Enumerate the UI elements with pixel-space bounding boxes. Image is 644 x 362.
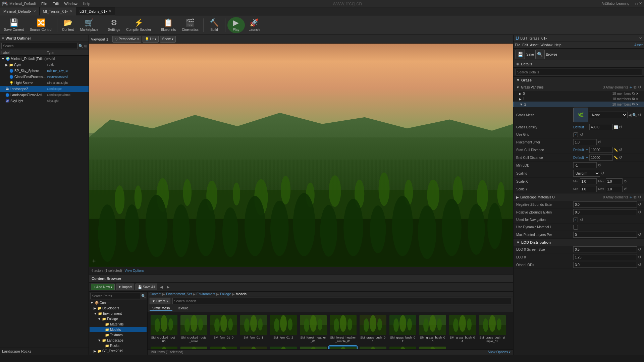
tree-content[interactable]: ▼ 📦 Content xyxy=(90,300,147,305)
tree-maps[interactable]: 📁 Maps xyxy=(90,354,147,355)
ec-reset-icon[interactable]: ↺ xyxy=(619,155,622,160)
tab-lgt-debris[interactable]: LGT_Debris_01• ✕ xyxy=(76,7,115,15)
import-btn[interactable]: ⬆ Import xyxy=(116,284,134,290)
reset-varieties-icon[interactable]: ↺ xyxy=(638,85,641,89)
l0-reset-icon[interactable]: ↺ xyxy=(638,255,641,259)
other-lods-input[interactable] xyxy=(573,262,637,268)
launch-btn[interactable]: 🚀 Launch xyxy=(246,16,263,34)
scaling-dropdown[interactable]: Uniform xyxy=(573,170,600,177)
tree-textures-foliage[interactable]: 📁 Textures xyxy=(90,332,147,338)
nav-forward-btn[interactable]: ▶ xyxy=(165,284,171,290)
right-file-menu[interactable]: File xyxy=(515,43,520,47)
pos-zbounds-input[interactable] xyxy=(573,209,637,215)
nav-reset-icon[interactable]: ↺ xyxy=(580,218,583,222)
outliner-item-1[interactable]: ▶ 📁 Gym Folder xyxy=(0,62,89,68)
asset-item-20[interactable]: SM_ground_foliage_02_2_SM_ground_foliage… xyxy=(388,346,417,349)
type-tab-static-mesh[interactable]: Static Mesh xyxy=(150,306,172,311)
menu-file[interactable]: File xyxy=(39,1,50,6)
breadcrumb-foliage[interactable]: Foliage xyxy=(220,292,231,296)
asset-item-15[interactable]: SM_grass_bush_simple_05 xyxy=(239,346,268,349)
asset-item-12[interactable]: SM_grass_bush_simple_02 xyxy=(150,346,178,349)
add-array-btn[interactable]: + xyxy=(630,84,632,90)
asset-close-btn[interactable]: ✕ xyxy=(639,36,642,41)
source-control-btn[interactable]: 🔀 Source Control xyxy=(27,16,55,34)
breadcrumb-env[interactable]: Environment xyxy=(197,292,215,296)
grass-mesh-dropdown[interactable]: None xyxy=(589,112,628,118)
asset-item-10[interactable]: SM_grass_bush_04 xyxy=(448,314,477,344)
minimize-btn[interactable]: ─ xyxy=(632,2,634,6)
maximize-btn[interactable]: □ xyxy=(635,2,638,6)
tree-materials[interactable]: 📁 Materials xyxy=(90,321,147,327)
outliner-item-2[interactable]: 🔵 BP_Sky_Sphere Edit BP_Sky_Sr xyxy=(0,68,89,74)
asset-item-13[interactable]: SM_grass_bush_simple_03 xyxy=(179,346,208,349)
filter-icon[interactable]: ⊞ xyxy=(84,44,87,48)
asset-item-5[interactable]: SM_forest_heather_01 xyxy=(299,314,327,344)
asset-item-1[interactable]: SM_crooked_roots_small xyxy=(179,314,208,344)
scale-x-min-input[interactable] xyxy=(580,178,597,184)
asset-item-8[interactable]: SM_grass_bush_02 xyxy=(388,314,417,344)
scale-x-max-input[interactable] xyxy=(606,178,623,184)
use-dynamic-checkbox[interactable] xyxy=(573,225,578,230)
pz-reset-icon[interactable]: ↺ xyxy=(638,210,641,215)
mesh-pick-icon[interactable]: ◀ xyxy=(629,113,631,117)
tree-rocks[interactable]: 📁 Rocks xyxy=(90,343,147,348)
density-input[interactable] xyxy=(589,124,613,130)
density-add-btn[interactable]: + xyxy=(586,125,588,129)
scale-y-max-input[interactable] xyxy=(606,186,623,192)
nav-back-btn[interactable]: ◀ xyxy=(159,284,164,290)
right-asset-edit-btn[interactable]: Asset xyxy=(634,43,643,47)
lod0-input[interactable] xyxy=(573,254,637,260)
neg-zbounds-input[interactable] xyxy=(573,201,637,207)
item2-copy-icon[interactable]: ⧉ xyxy=(632,102,635,106)
compiler-booster-btn[interactable]: ⚡ CompilerBooster xyxy=(123,16,154,34)
array-item-0[interactable]: ▶ 0 18 members ⧉ ✕ xyxy=(514,91,644,96)
cinematics-btn[interactable]: 🎬 Cinematics xyxy=(179,16,201,34)
add-new-btn[interactable]: + Add New ▾ xyxy=(91,284,115,290)
build-btn[interactable]: 🔨 Build xyxy=(206,16,223,34)
start-cull-add-btn[interactable]: + xyxy=(586,147,588,152)
item1-copy-icon[interactable]: ⧉ xyxy=(632,97,635,101)
search-paths-input[interactable] xyxy=(90,293,140,299)
asset-item-7[interactable]: SM_grass_bush_01 xyxy=(359,314,387,344)
tree-foliage[interactable]: ▼ 📁 Foliage xyxy=(90,316,147,321)
asset-item-0[interactable]: SM_crooked_root_05 xyxy=(150,314,178,344)
tab-close-2[interactable]: ✕ xyxy=(109,9,111,13)
show-btn[interactable]: Show ▾ xyxy=(160,36,176,43)
asset-item-6[interactable]: SM_forest_heather_simple_01 xyxy=(329,314,357,344)
placement-jitter-input[interactable] xyxy=(573,139,597,145)
blueprints-btn[interactable]: 📋 Blueprints xyxy=(158,16,178,34)
content-btn[interactable]: 📂 Content xyxy=(59,16,77,34)
outliner-item-4[interactable]: 💡 Light Source DirectionalLight xyxy=(0,80,89,86)
asset-search-input[interactable] xyxy=(172,298,511,304)
mesh-reset-icon[interactable]: ↺ xyxy=(638,113,641,117)
search-paths-icon[interactable]: 🔍 xyxy=(141,294,146,298)
details-tab-label[interactable]: Details xyxy=(521,62,532,66)
breadcrumb-models[interactable]: Models xyxy=(236,292,247,296)
asset-item-19[interactable]: SM_ground_foliage_02_1 xyxy=(359,346,387,349)
right-asset-menu[interactable]: Asset xyxy=(530,43,538,47)
asset-item-9[interactable]: SM_grass_bush_03 xyxy=(418,314,447,344)
density-reset-icon[interactable]: ↺ xyxy=(619,125,622,129)
min-lod-input[interactable] xyxy=(573,162,597,168)
array-item-1[interactable]: ▶ 1 18 members ⧉ ✕ xyxy=(514,96,644,102)
outliner-item-3[interactable]: 🔵 GlobalPostProcessVolume PostProcessVol xyxy=(0,74,89,80)
item2-del-icon[interactable]: ✕ xyxy=(636,103,639,106)
perspective-btn[interactable]: ⬡ Perspective ▾ xyxy=(112,36,141,43)
asset-item-11[interactable]: SM_grass_bush_simple_01 xyxy=(478,314,506,344)
browse-btn[interactable]: 🔍 xyxy=(535,50,545,59)
lod-section-header[interactable]: ▼ LOD Distribution xyxy=(514,239,644,246)
outliner-item-6[interactable]: 🔵 LandscapeGizmoActiveActor LandscapeGiz… xyxy=(0,92,89,98)
tree-developers[interactable]: ▶ 📁 Developers xyxy=(90,305,147,311)
lm-reset-icon[interactable]: ↺ xyxy=(638,195,641,199)
right-edit-menu[interactable]: Edit xyxy=(522,43,528,47)
viewport-canvas[interactable]: what you'll be able to do but what we wi… xyxy=(89,44,513,267)
search-icon[interactable]: 🔍 xyxy=(78,44,83,48)
sc-reset-icon[interactable]: ↺ xyxy=(619,147,622,152)
asset-item-21[interactable]: SM_ground_foliage_03_SM_ground_foliage_0… xyxy=(418,346,447,349)
grass-section-header[interactable]: ▼ Grass xyxy=(514,77,644,83)
nz-reset-icon[interactable]: ↺ xyxy=(638,202,641,207)
ml-reset-icon[interactable]: ↺ xyxy=(598,163,601,168)
menu-help[interactable]: Help xyxy=(80,1,93,6)
outliner-item-0[interactable]: ▼ 🌍 Minimal_Default (Editor) World xyxy=(0,56,89,62)
save-current-btn[interactable]: 💾 Save Current xyxy=(1,16,26,34)
